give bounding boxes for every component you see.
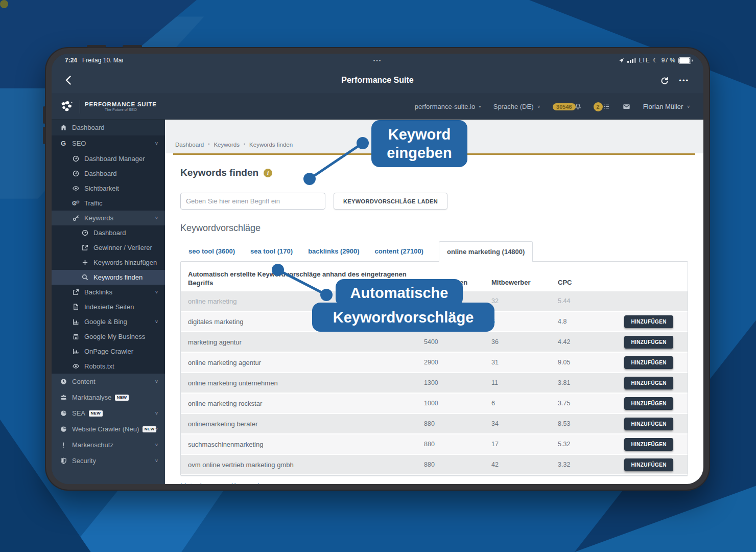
tab-content-27100[interactable]: content (27100) xyxy=(375,247,423,261)
callout-keyword-eingeben: Keyword eingeben xyxy=(371,120,467,167)
sidebar-item-label: OnPage Crawler xyxy=(84,348,133,355)
keyword-cell: online marketing agentur xyxy=(181,359,418,366)
sidebar-item-indexierte-seiten[interactable]: Indexierte Seiten xyxy=(52,300,165,314)
pie-icon xyxy=(59,410,67,417)
new-keywords-list-link[interactable]: Liste der neuen Keywords xyxy=(180,482,703,484)
chart-icon xyxy=(72,348,80,355)
chevron-down-icon: ∨ xyxy=(155,458,158,463)
load-suggestions-button[interactable]: KEYWORDVORSCHLÄGE LADEN xyxy=(334,193,447,210)
key-icon xyxy=(72,215,80,221)
sidebar-item-label: Keywords xyxy=(84,214,113,222)
notifications[interactable]: 30546 xyxy=(553,103,581,110)
google-g-icon: G xyxy=(59,140,67,147)
sidebar-item-sea[interactable]: SEANEW∨ xyxy=(52,405,165,421)
screen: 7:24 Freitag 10. Mai ••• LTE ☾ 97 % Perf… xyxy=(52,54,703,484)
chevron-down-icon: ∨ xyxy=(687,105,690,109)
sidebar-item-label: Dashboard Manager xyxy=(84,155,145,163)
sidebar-item-keywords-hinzuf-gen[interactable]: Keywords hinzufügen xyxy=(52,255,165,270)
chevron-down-icon: ∨ xyxy=(155,411,158,416)
sidebar-item-dashboard[interactable]: Dashboard xyxy=(52,120,165,135)
gears-icon: ⚙⚙ xyxy=(72,200,80,207)
breadcrumb-item[interactable]: Keywords xyxy=(214,142,240,148)
sidebar-item-website-crawler-neu[interactable]: Website Crawler (Neu)NEW∨ xyxy=(52,421,165,437)
info-icon[interactable]: i xyxy=(264,169,272,177)
sidebar-item-content[interactable]: Content∨ xyxy=(52,374,165,389)
sidebar-item-google-my-business[interactable]: Google My Business xyxy=(52,329,165,344)
domain-label: performance-suite.io xyxy=(415,103,476,110)
sidebar-item-backlinks[interactable]: Backlinks∨ xyxy=(52,285,165,300)
breadcrumb-item[interactable]: Dashboard xyxy=(175,142,204,148)
task-list-icon[interactable] xyxy=(603,103,610,110)
notification-badge: 30546 xyxy=(553,103,576,110)
table-row: marketing agentur5400364.42HINZUFÜGEN xyxy=(181,332,688,353)
add-keyword-button[interactable]: HINZUFÜGEN xyxy=(624,356,673,369)
add-keyword-button[interactable]: HINZUFÜGEN xyxy=(624,315,673,328)
tab-seo-tool-3600[interactable]: seo tool (3600) xyxy=(188,247,235,261)
sidebar-item-dashboard[interactable]: Dashboard xyxy=(52,225,165,240)
tablet-side-button xyxy=(43,106,45,124)
sidebar-item-keywords[interactable]: Keywords∨ xyxy=(52,211,165,225)
sidebar-item-security[interactable]: Security∨ xyxy=(52,453,165,469)
new-badge: NEW xyxy=(89,410,103,417)
cpc-cell: 8.53 xyxy=(552,420,618,427)
cpc-cell: 4.8 xyxy=(552,318,618,325)
file-icon xyxy=(72,304,80,310)
competitors-cell: 34 xyxy=(485,420,552,427)
sidebar-item-sichtbarkeit[interactable]: Sichtbarkeit xyxy=(52,181,165,196)
table-row: online marketing agentur2900319.05HINZUF… xyxy=(181,353,688,373)
add-keyword-button[interactable]: HINZUFÜGEN xyxy=(624,336,673,349)
sidebar-item-markenschutz[interactable]: Markenschutz∨ xyxy=(52,437,165,453)
sidebar-item-label: Keywords hinzufügen xyxy=(93,259,157,266)
sidebar-item-label: Content xyxy=(72,378,96,385)
chart-icon xyxy=(72,318,80,325)
volume-cell: 880 xyxy=(418,441,485,448)
nav-bar: Performance Suite ••• xyxy=(52,67,703,94)
add-keyword-button[interactable]: HINZUFÜGEN xyxy=(624,377,673,389)
nav-title: Performance Suite xyxy=(52,76,703,85)
cpc-cell: 9.05 xyxy=(552,359,618,366)
table-row: onlinemarketing berater880348.53HINZUFÜG… xyxy=(181,414,688,434)
sidebar-item-google-bing[interactable]: Google & Bing∨ xyxy=(52,314,165,329)
sidebar-item-onpage-crawler[interactable]: OnPage Crawler xyxy=(52,344,165,359)
volume-cell: 5400 xyxy=(418,338,485,346)
exclamation-icon xyxy=(59,442,67,448)
sidebar-item-keywords-finden[interactable]: Keywords finden xyxy=(52,270,165,285)
envelope-icon[interactable] xyxy=(622,103,631,110)
keyword-cell: suchmaschinenmarketing xyxy=(181,441,418,448)
eye-icon xyxy=(72,363,80,370)
add-keyword-button[interactable]: HINZUFÜGEN xyxy=(624,438,673,451)
sidebar-item-label: SEO xyxy=(72,140,86,147)
status-bar: 7:24 Freitag 10. Mai ••• LTE ☾ 97 % xyxy=(52,54,703,67)
volume-cell: 880 xyxy=(418,420,485,427)
store-icon xyxy=(72,333,80,340)
keyword-input[interactable] xyxy=(180,193,325,210)
add-keyword-button[interactable]: HINZUFÜGEN xyxy=(624,397,673,410)
user-menu[interactable]: Florian Müller ∨ xyxy=(643,103,690,110)
sidebar-item-seo[interactable]: GSEO∨ xyxy=(52,135,165,151)
user-name: Florian Müller xyxy=(643,103,683,110)
language-selector[interactable]: Sprache (DE) ∨ xyxy=(493,103,540,110)
sidebar-item-robots-txt[interactable]: Robots.txt xyxy=(52,359,165,374)
sidebar-item-label: SEA xyxy=(72,409,85,417)
add-keyword-button[interactable]: HINZUFÜGEN xyxy=(624,418,673,430)
sidebar-item-traffic[interactable]: ⚙⚙Traffic xyxy=(52,196,165,211)
sidebar-item-marktanalyse[interactable]: MarktanalyseNEW xyxy=(52,389,165,405)
tab-backlinks-2900[interactable]: backlinks (2900) xyxy=(308,247,359,261)
clock-icon xyxy=(59,378,67,385)
competitors-cell: 17 xyxy=(485,441,552,448)
sidebar-item-gewinner-verlierer[interactable]: Gewinner / Verlierer xyxy=(52,240,165,255)
tab-sea-tool-170[interactable]: sea tool (170) xyxy=(250,247,293,261)
add-keyword-button[interactable]: HINZUFÜGEN xyxy=(624,458,673,471)
multitask-dots: ••• xyxy=(52,58,703,63)
gauge-icon xyxy=(81,229,89,236)
tasks[interactable]: 2 xyxy=(594,102,610,111)
home-icon xyxy=(59,124,67,131)
domain-selector[interactable]: performance-suite.io ▾ xyxy=(415,103,481,110)
table-row: online marketing unternehmen1300113.81HI… xyxy=(181,373,688,394)
sidebar-item-dashboard-manager[interactable]: Dashboard Manager xyxy=(52,151,165,166)
sidebar-item-dashboard[interactable]: Dashboard xyxy=(52,166,165,181)
brand-name: Performance Suite xyxy=(85,101,157,108)
tab-online-marketing-14800[interactable]: online marketing (14800) xyxy=(439,241,533,262)
cpc-cell: 3.81 xyxy=(552,379,618,386)
tablet-frame: 7:24 Freitag 10. Mai ••• LTE ☾ 97 % Perf… xyxy=(45,47,710,491)
